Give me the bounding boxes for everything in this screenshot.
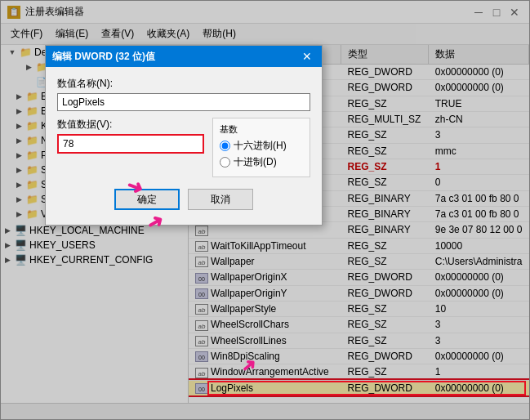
value-input-wrap: 数值数据(V): <box>57 118 204 154</box>
modal-close-button[interactable]: ✕ <box>299 48 315 65</box>
data-label: 数值数据(V): <box>57 118 204 132</box>
modal-overlay: 编辑 DWORD (32 位)值 ✕ 数值名称(N): 数值数据(V): 基数 … <box>0 0 530 420</box>
base-group: 基数 十六进制(H) 十进制(D) <box>212 118 310 177</box>
radio-hex[interactable]: 十六进制(H) <box>220 139 303 153</box>
modal-dialog: 编辑 DWORD (32 位)值 ✕ 数值名称(N): 数值数据(V): 基数 … <box>45 45 323 226</box>
value-row: 数值数据(V): 基数 十六进制(H) 十进制(D) <box>57 118 310 177</box>
base-title: 基数 <box>220 123 303 136</box>
radio-dec-label: 十进制(D) <box>234 155 277 169</box>
cancel-button[interactable]: 取消 <box>188 189 253 210</box>
name-input[interactable] <box>57 93 310 111</box>
modal-buttons: 确定 取消 <box>57 184 310 217</box>
modal-content: 数值名称(N): 数值数据(V): 基数 十六进制(H) 十进制(D) <box>46 67 322 225</box>
radio-hex-label: 十六进制(H) <box>234 139 287 153</box>
radio-dec-input[interactable] <box>220 157 230 168</box>
data-input[interactable] <box>57 134 204 154</box>
name-label: 数值名称(N): <box>57 77 310 91</box>
radio-hex-input[interactable] <box>220 141 230 151</box>
modal-title-bar: 编辑 DWORD (32 位)值 ✕ <box>46 46 322 67</box>
radio-dec[interactable]: 十进制(D) <box>220 155 303 169</box>
modal-title: 编辑 DWORD (32 位)值 <box>52 50 155 64</box>
ok-button[interactable]: 确定 <box>114 189 180 210</box>
